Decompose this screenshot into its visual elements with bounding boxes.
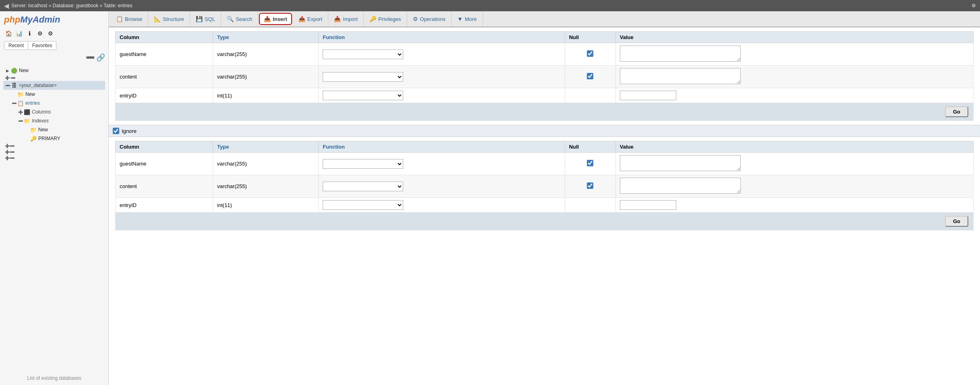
operations-icon: ⚙: [413, 16, 418, 22]
logo-php: php: [4, 14, 20, 25]
col-header-null-2: Null: [565, 141, 615, 153]
columns-icon: ⬛: [23, 108, 31, 116]
tree-db-children: 📁 New ➖ 📋 entries ➕ ⬛ Columns: [3, 90, 105, 143]
tab-favorites[interactable]: Favorites: [28, 41, 56, 50]
tree-item-entries[interactable]: ➖ 📋 entries: [10, 99, 105, 108]
value-textarea-guestname-1[interactable]: [620, 46, 741, 62]
tab-insert-label: Insert: [273, 16, 287, 22]
ignore-checkbox[interactable]: [113, 128, 119, 134]
go-button-1[interactable]: Go: [945, 106, 968, 117]
tree-section: ▶ 🟢 New ➕➖ ➖ 🗄 <your_database>: [0, 64, 108, 371]
home-icon[interactable]: 🏠: [4, 29, 13, 38]
tab-import-label: Import: [343, 16, 358, 22]
tree-item-columns[interactable]: ➕ ⬛ Columns: [16, 108, 105, 116]
row2-null-content: [565, 175, 615, 198]
breadcrumb: Server: localhost » Database: guestbook …: [11, 3, 133, 8]
func-select-entryid-1[interactable]: [323, 91, 403, 100]
tree-item-plus1[interactable]: ➕➖: [3, 75, 105, 81]
toggle-columns[interactable]: ➕: [18, 109, 23, 115]
link-icon[interactable]: 🔗: [96, 53, 105, 62]
toggle-indexes[interactable]: ➖: [18, 118, 23, 124]
null-check-guestname-1[interactable]: [587, 50, 593, 57]
tree-item-db-new[interactable]: 📁 New: [10, 90, 105, 99]
row1-func-entryid: [319, 88, 565, 103]
tree-item-plus3[interactable]: ➕➖: [3, 149, 105, 155]
table-row: entryID int(11): [116, 198, 974, 213]
null-check-content-2[interactable]: [587, 182, 593, 189]
tab-export[interactable]: 📤 Export: [293, 11, 329, 27]
row1-null-content: [565, 66, 615, 88]
tree-item-primary[interactable]: 🔑 PRIMARY: [23, 134, 105, 143]
toggle-database[interactable]: ➖: [5, 83, 10, 88]
go-button-2[interactable]: Go: [945, 216, 968, 227]
null-check-guestname-2[interactable]: [587, 160, 593, 166]
content-body: Column Type Function Null Value guestNam…: [109, 27, 980, 385]
row1-type-entryid: int(11): [213, 88, 319, 103]
go-row-2: Go: [116, 213, 974, 230]
tree-indexes-children: 📁 New 🔑 PRIMARY: [16, 125, 105, 143]
row1-col-entryid: entryID: [116, 88, 213, 103]
tab-export-label: Export: [307, 16, 323, 22]
settings-icon[interactable]: ⚙: [35, 29, 44, 38]
col-header-value-2: Value: [615, 141, 973, 153]
database-icon: 🗄: [10, 82, 18, 89]
null-check-content-1[interactable]: [587, 73, 593, 79]
tree-item-database[interactable]: ➖ 🗄 <your_database>: [3, 81, 105, 90]
value-textarea-content-2[interactable]: [620, 178, 741, 194]
toggle-entries[interactable]: ➖: [11, 100, 17, 106]
tab-structure[interactable]: 📐 Structure: [148, 11, 190, 27]
value-input-entryid-1[interactable]: [620, 91, 676, 100]
value-textarea-content-1[interactable]: [620, 68, 741, 84]
row1-null-guestname: [565, 43, 615, 66]
row2-col-entryid: entryID: [116, 198, 213, 213]
tab-sql[interactable]: 💾 SQL: [190, 11, 221, 27]
sidebar-tabs: Recent Favorites: [0, 39, 108, 52]
tab-more[interactable]: ▼ More: [452, 11, 483, 27]
row2-col-guestname: guestName: [116, 153, 213, 175]
content: 📋 Browse 📐 Structure 💾 SQL 🔍 Search 📥 In…: [109, 11, 980, 385]
tree-item-plus2[interactable]: ➕➖: [3, 143, 105, 149]
tab-import[interactable]: 📥 Import: [328, 11, 364, 27]
tab-recent[interactable]: Recent: [4, 41, 28, 50]
tree-item-index-new[interactable]: 📁 New: [23, 125, 105, 134]
toggle-new-top[interactable]: ▶: [5, 68, 10, 73]
insert-section-1: Column Type Function Null Value guestNam…: [109, 27, 980, 125]
back-button[interactable]: ◀: [4, 2, 9, 10]
primary-label: PRIMARY: [38, 136, 60, 141]
tab-search[interactable]: 🔍 Search: [221, 11, 258, 27]
tree-item-plus4[interactable]: ➕➖: [3, 155, 105, 161]
table-row: content varchar(255): [116, 175, 974, 198]
tab-privileges[interactable]: 🔑 Privileges: [364, 11, 407, 27]
func-select-entryid-2[interactable]: [323, 200, 403, 210]
tab-browse[interactable]: 📋 Browse: [110, 11, 148, 27]
value-textarea-guestname-2[interactable]: [620, 155, 741, 171]
tree-item-new-top[interactable]: ▶ 🟢 New: [3, 66, 105, 75]
row2-null-entryid: [565, 198, 615, 213]
row1-null-entryid: [565, 88, 615, 103]
info-icon[interactable]: ℹ: [25, 29, 34, 38]
toggle-db-new: [11, 91, 17, 97]
row2-func-guestname: [319, 153, 565, 175]
col-header-null: Null: [565, 32, 615, 43]
tab-insert[interactable]: 📥 Insert: [259, 13, 292, 25]
row2-null-guestname: [565, 153, 615, 175]
func-select-content-2[interactable]: [323, 182, 403, 191]
func-select-guestname-2[interactable]: [323, 159, 403, 169]
row2-type-content: varchar(255): [213, 175, 319, 198]
tab-more-label: More: [465, 16, 477, 22]
config-icon[interactable]: ⚙: [46, 29, 55, 38]
row2-value-guestname: [615, 153, 973, 175]
tab-operations[interactable]: ⚙ Operations: [407, 11, 452, 27]
collapse-icon[interactable]: ➖: [86, 53, 95, 62]
db-new-icon: 📁: [17, 91, 24, 98]
func-select-guestname-1[interactable]: [323, 50, 403, 59]
sidebar-icons-row: 🏠 📊 ℹ ⚙ ⚙: [0, 27, 108, 39]
row2-value-content: [615, 175, 973, 198]
value-input-entryid-2[interactable]: [620, 200, 676, 210]
tab-search-label: Search: [236, 16, 252, 22]
tree-item-indexes[interactable]: ➖ 📁 Indexes: [16, 116, 105, 125]
settings-icon[interactable]: ⚙: [972, 3, 976, 8]
func-select-content-1[interactable]: [323, 72, 403, 82]
table-row: guestName varchar(255): [116, 43, 974, 66]
db-icon[interactable]: 📊: [15, 29, 23, 38]
